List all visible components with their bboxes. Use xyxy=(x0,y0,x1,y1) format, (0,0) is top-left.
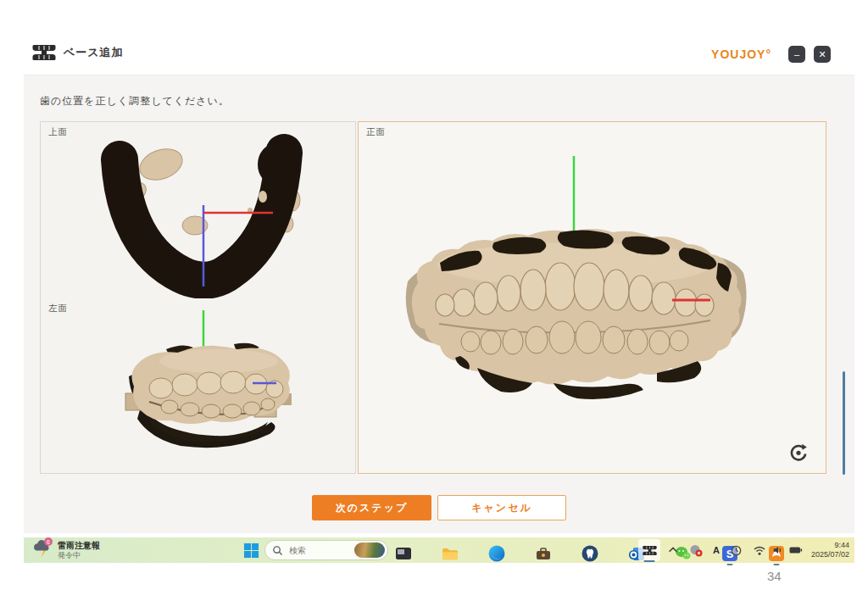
running-indicator xyxy=(727,564,733,566)
weather-widget[interactable]: 6 雷雨注意報 発令中 xyxy=(32,540,100,560)
rotate-reset-icon xyxy=(788,442,809,463)
windows-logo-icon xyxy=(243,543,259,559)
system-tray: A xyxy=(667,537,849,563)
brand-logo: YOUJOY° xyxy=(711,47,771,61)
left-view-scan xyxy=(41,298,355,472)
action-buttons: 次のステップ キャンセル xyxy=(24,495,854,520)
wifi-icon xyxy=(753,544,766,556)
cancel-button[interactable]: キャンセル xyxy=(437,495,566,520)
next-step-button[interactable]: 次のステップ xyxy=(312,495,431,520)
taskbar-app-edge[interactable] xyxy=(487,544,506,563)
scroll-accent-bar[interactable] xyxy=(843,371,845,475)
volume-button[interactable] xyxy=(772,544,784,556)
viewport-left-view[interactable]: 左面 xyxy=(40,298,356,474)
dark-window-icon xyxy=(394,544,413,563)
tray-backup-app[interactable] xyxy=(730,544,743,557)
viewport-left-label: 左面 xyxy=(48,303,68,314)
folder-icon xyxy=(441,544,459,563)
weather-badge: 6 xyxy=(44,537,53,546)
weather-texts: 雷雨注意報 発令中 xyxy=(58,541,100,559)
battery-button[interactable] xyxy=(788,544,803,556)
weather-icon-wrap: 6 xyxy=(32,540,53,560)
taskbar-app-dark-window[interactable] xyxy=(394,544,413,563)
search-input[interactable] xyxy=(287,545,350,556)
front-view-scan xyxy=(359,122,826,473)
taskbar-app-file-explorer[interactable] xyxy=(441,544,459,563)
tray-time: 9:44 xyxy=(811,541,849,550)
taskbar-app-youjoy-active[interactable] xyxy=(638,539,660,561)
chevron-up-icon xyxy=(667,544,679,556)
viewport-top-view[interactable]: 上面 xyxy=(40,121,356,299)
close-button[interactable]: ✕ xyxy=(814,46,831,63)
window-header: ベース追加 xyxy=(32,44,124,61)
weather-title: 雷雨注意報 xyxy=(58,541,100,551)
tooth-circle-icon xyxy=(581,544,599,563)
clock-icon xyxy=(730,544,743,557)
viewport-front-view[interactable]: 正面 xyxy=(358,121,826,474)
main-content: 歯の位置を正しく調整してください。 上面 xyxy=(24,75,854,533)
wifi-button[interactable] xyxy=(753,544,766,556)
tray-chevron-button[interactable] xyxy=(667,544,679,556)
page: ベース追加 YOUJOY° – ✕ 歯の位置を正しく調整してください。 xyxy=(0,0,868,601)
ime-mode-button[interactable]: A xyxy=(713,545,720,555)
top-view-scan xyxy=(41,122,355,298)
minimize-button[interactable]: – xyxy=(788,46,805,63)
search-icon xyxy=(272,545,283,556)
viewport-top-label: 上面 xyxy=(48,126,68,138)
taskbar: 6 雷雨注意報 発令中 xyxy=(24,537,854,563)
viewport-front-label: 正面 xyxy=(366,126,386,138)
minimize-icon: – xyxy=(794,50,799,59)
clock-widget[interactable]: 9:44 2025/07/02 xyxy=(811,541,849,560)
start-button[interactable] xyxy=(242,541,260,559)
tray-sync-status[interactable] xyxy=(689,543,703,557)
tray-date: 2025/07/02 xyxy=(811,550,849,559)
teeth-logo-icon xyxy=(32,44,56,61)
briefcase-icon xyxy=(534,544,553,563)
speaker-icon xyxy=(772,544,784,556)
running-indicator xyxy=(774,564,780,566)
teeth-logo-icon-small xyxy=(643,545,657,556)
page-number: 34 xyxy=(767,569,782,583)
page-title: ベース追加 xyxy=(64,45,124,60)
taskbar-search[interactable] xyxy=(264,540,388,560)
active-app-indicator xyxy=(644,560,655,563)
reset-rotation-button[interactable] xyxy=(788,442,809,463)
battery-icon xyxy=(788,544,803,556)
window-controls: YOUJOY° – ✕ xyxy=(711,46,831,63)
instruction-text: 歯の位置を正しく調整してください。 xyxy=(40,94,230,109)
close-icon: ✕ xyxy=(818,50,826,59)
sync-error-icon xyxy=(689,543,703,557)
search-highlight-image[interactable] xyxy=(354,543,385,558)
taskbar-app-briefcase[interactable] xyxy=(534,544,553,563)
weather-status: 発令中 xyxy=(58,551,100,559)
edge-browser-icon xyxy=(487,544,506,563)
taskbar-app-tooth[interactable] xyxy=(581,544,599,563)
